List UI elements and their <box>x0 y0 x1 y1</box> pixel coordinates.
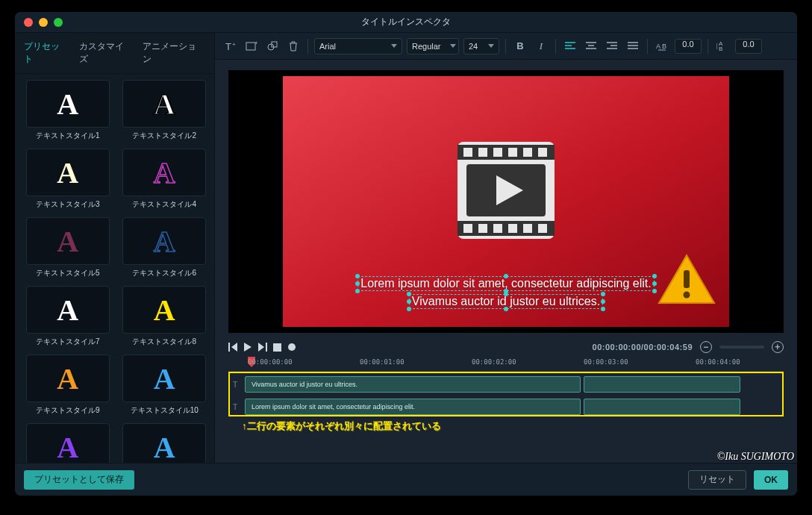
window-title: タイトルインスペクタ <box>15 16 797 28</box>
preset-label: テキストスタイル1 <box>22 131 113 141</box>
step-fwd-icon[interactable] <box>258 343 267 352</box>
weight-select[interactable]: Regular <box>407 38 459 54</box>
timeline: 00:00:00:0000:00:01:0000:00:02:0000:00:0… <box>215 357 797 463</box>
preset-item[interactable]: Aテキストスタイル7 <box>22 286 113 347</box>
caption-line-1[interactable]: Lorem ipsum dolor sit amet, consectetur … <box>283 276 729 291</box>
svg-rect-23 <box>523 224 532 233</box>
preset-item[interactable]: Aテキストスタイル10 <box>119 355 210 416</box>
reset-button[interactable]: リセット <box>688 470 746 490</box>
svg-marker-33 <box>258 343 264 352</box>
app-window: タイトルインスペクタ プリセット カスタマイズ アニメーション Aテキストスタイ… <box>15 12 797 496</box>
svg-rect-18 <box>538 148 547 157</box>
close-icon[interactable] <box>24 18 33 27</box>
track-type-icon: T <box>228 402 242 411</box>
preset-item[interactable]: Aテキストスタイル6 <box>119 217 210 278</box>
timeline-clip[interactable] <box>584 399 740 415</box>
video-placeholder-icon <box>443 127 569 257</box>
italic-icon[interactable]: I <box>533 38 549 54</box>
svg-rect-19 <box>463 224 472 233</box>
zoom-out-icon[interactable]: − <box>700 341 712 353</box>
timeline-clip[interactable]: Lorem ipsum dolor sit amet, consectetur … <box>245 399 581 415</box>
align-right-icon[interactable] <box>604 38 620 54</box>
timeline-clip[interactable]: Vivamus auctor id justor eu ultrices. <box>245 376 581 393</box>
svg-point-36 <box>288 343 296 351</box>
ruler-tick: 00:00:01:00 <box>360 358 405 366</box>
preset-label: テキストスタイル9 <box>22 405 113 416</box>
svg-rect-22 <box>508 224 517 233</box>
preset-item[interactable]: Aテキストスタイル3 <box>22 149 113 210</box>
transport-bar: 00:00:00:00/00:00:04:59 − + <box>215 337 797 357</box>
ok-button[interactable]: OK <box>754 470 788 490</box>
ruler-tick: 00:00:02:00 <box>472 358 516 366</box>
tab-preset[interactable]: プリセット <box>24 40 69 66</box>
preset-label: テキストスタイル8 <box>119 337 210 347</box>
add-textbox-icon[interactable]: + <box>243 38 260 54</box>
svg-rect-20 <box>478 224 487 233</box>
preset-item[interactable]: Aテキストスタイル12 <box>119 423 210 463</box>
content-area: プリセット カスタマイズ アニメーション Aテキストスタイル1Aテキストスタイル… <box>15 33 797 463</box>
preset-item[interactable]: Aテキストスタイル11 <box>22 423 113 463</box>
size-select[interactable]: 24 <box>463 38 499 54</box>
caption-line-2[interactable]: Vivamus auctor id justor eu ultrices. <box>283 294 729 309</box>
ruler-tick: 00:00:00:00 <box>248 358 293 366</box>
svg-text:B: B <box>662 43 666 50</box>
track-type-icon: T <box>228 380 242 389</box>
preset-label: テキストスタイル2 <box>119 131 210 141</box>
zoom-in-icon[interactable]: + <box>772 341 784 353</box>
svg-rect-35 <box>273 343 281 352</box>
align-center-icon[interactable] <box>583 38 599 54</box>
titlebar: タイトルインスペクタ <box>15 12 797 33</box>
preset-item[interactable]: Aテキストスタイル2 <box>119 80 210 141</box>
preset-label: テキストスタイル4 <box>119 199 210 210</box>
annotation-text: ↑二行の要素がそれぞれ別々に配置されている <box>228 416 784 433</box>
delete-icon[interactable] <box>285 38 302 54</box>
add-shape-icon[interactable] <box>264 38 281 54</box>
svg-rect-34 <box>266 343 267 352</box>
play-icon[interactable] <box>243 343 252 352</box>
canvas[interactable]: Lorem ipsum dolor sit amet, consectetur … <box>283 76 729 327</box>
stop-icon[interactable] <box>273 343 281 352</box>
line-spacing-icon: AB <box>714 38 731 54</box>
time-ruler[interactable]: 00:00:00:0000:00:01:0000:00:02:0000:00:0… <box>228 357 784 372</box>
timecode-display: 00:00:00:00/00:00:04:59 <box>593 343 693 352</box>
font-select[interactable]: Arial <box>314 38 402 54</box>
svg-marker-30 <box>231 343 237 352</box>
preset-list[interactable]: Aテキストスタイル1Aテキストスタイル2Aテキストスタイル3Aテキストスタイル4… <box>15 74 214 463</box>
svg-text:A: A <box>656 43 660 50</box>
timeline-clip[interactable] <box>584 376 740 393</box>
preset-item[interactable]: Aテキストスタイル1 <box>22 80 113 141</box>
char-spacing-icon: AB <box>654 38 670 54</box>
svg-text:+: + <box>254 40 257 46</box>
timeline-track: T Lorem ipsum dolor sit amet, consectetu… <box>228 397 784 416</box>
preview-viewport[interactable]: Lorem ipsum dolor sit amet, consectetur … <box>228 70 784 333</box>
save-preset-button[interactable]: プリセットとして保存 <box>24 470 134 490</box>
svg-text:+: + <box>232 41 236 48</box>
line-spacing-input[interactable]: 0.0 <box>735 39 762 54</box>
ruler-tick: 00:00:04:00 <box>696 358 740 366</box>
text-toolbar: T+ + Arial Regular 24 B I AB 0.0 <box>215 33 797 60</box>
preset-item[interactable]: Aテキストスタイル4 <box>119 149 210 210</box>
tab-customize[interactable]: カスタマイズ <box>79 40 133 66</box>
svg-rect-24 <box>538 224 547 233</box>
preset-item[interactable]: Aテキストスタイル5 <box>22 217 113 278</box>
add-text-icon[interactable]: T+ <box>222 38 239 54</box>
preset-item[interactable]: Aテキストスタイル9 <box>22 355 113 416</box>
record-icon[interactable] <box>287 343 296 352</box>
bold-icon[interactable]: B <box>512 38 528 54</box>
align-justify-icon[interactable] <box>625 38 641 54</box>
char-spacing-input[interactable]: 0.0 <box>675 39 702 54</box>
svg-rect-31 <box>228 343 230 352</box>
tab-animation[interactable]: アニメーション <box>143 40 205 66</box>
preset-item[interactable]: Aテキストスタイル8 <box>119 286 210 347</box>
svg-rect-16 <box>508 148 517 157</box>
timeline-track: T Vivamus auctor id justor eu ultrices. <box>228 375 784 394</box>
minimize-icon[interactable] <box>39 18 48 27</box>
maximize-icon[interactable] <box>54 18 63 27</box>
preset-label: テキストスタイル10 <box>119 405 210 416</box>
preset-label: テキストスタイル5 <box>22 268 113 278</box>
step-back-icon[interactable] <box>228 343 237 352</box>
footer: プリセットとして保存 リセット OK <box>15 463 797 496</box>
zoom-slider[interactable] <box>719 346 764 349</box>
svg-rect-21 <box>493 224 502 233</box>
align-left-icon[interactable] <box>562 38 578 54</box>
